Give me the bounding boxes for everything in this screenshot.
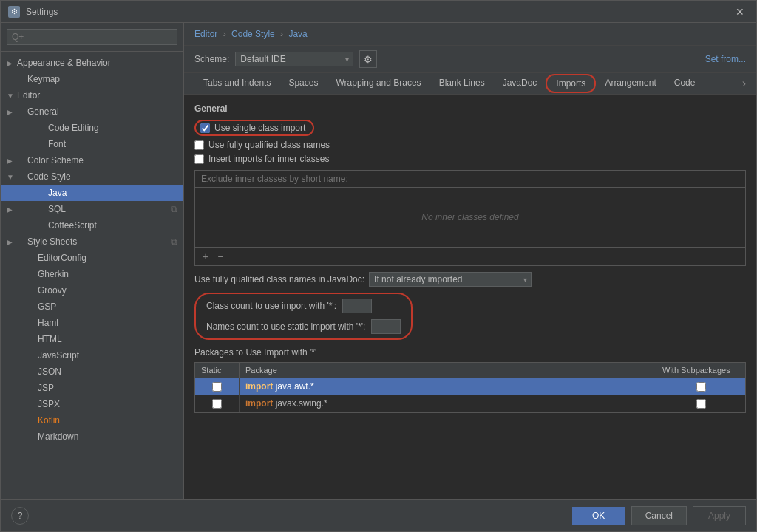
sidebar-item-markdown[interactable]: Markdown	[1, 429, 183, 445]
import-text-1: import java.awt.*	[245, 381, 314, 392]
sidebar-item-label: Keymap	[27, 74, 60, 84]
sidebar-item-groovy[interactable]: Groovy	[1, 282, 183, 299]
tree-container: ▶ Appearance & Behavior Keymap ▼ Editor …	[1, 52, 183, 499]
sidebar-item-sql[interactable]: ▶ SQL ⧉	[1, 201, 183, 217]
sidebar-item-label: Style Sheets	[27, 236, 77, 247]
keyword-2: import	[245, 398, 273, 409]
sidebar-item-label: Font	[48, 139, 66, 149]
tab-arrangement[interactable]: Arrangement	[596, 73, 665, 94]
sidebar-item-style-sheets[interactable]: ▶ Style Sheets ⧉	[1, 233, 183, 250]
table-row[interactable]: import java.awt.*	[195, 378, 745, 395]
arrow-icon: ▶	[7, 59, 17, 67]
sidebar-item-label: Markdown	[38, 432, 78, 442]
sidebar-item-label: General	[27, 106, 59, 117]
tab-spaces[interactable]: Spaces	[279, 73, 327, 94]
add-exclude-button[interactable]: +	[201, 250, 210, 262]
sidebar-item-javascript[interactable]: JavaScript	[1, 347, 183, 364]
sidebar-item-jsp[interactable]: JSP	[1, 380, 183, 396]
tab-code[interactable]: Code	[665, 73, 705, 94]
sidebar-item-jspx[interactable]: JSPX	[1, 396, 183, 412]
sidebar-item-haml[interactable]: Haml	[1, 315, 183, 331]
scheme-row: Scheme: Default IDE ⚙ Set from...	[184, 46, 756, 73]
th-package: Package	[240, 363, 656, 378]
fully-qualified-label[interactable]: Use fully qualified class names	[208, 140, 330, 150]
single-class-checkbox[interactable]	[200, 123, 210, 133]
class-count-row: Class count to use import with '*': 5	[206, 299, 401, 313]
table-row[interactable]: import javax.swing.*	[195, 395, 745, 412]
td-package-1: import java.awt.*	[240, 378, 656, 395]
set-from-link[interactable]: Set from...	[705, 54, 746, 64]
sidebar-item-label: HTML	[38, 334, 62, 344]
sidebar: ▶ Appearance & Behavior Keymap ▼ Editor …	[1, 23, 184, 499]
fully-qualified-checkbox[interactable]	[194, 140, 204, 150]
sidebar-item-keymap[interactable]: Keymap	[1, 71, 183, 87]
sidebar-item-editor[interactable]: ▼ Editor	[1, 87, 183, 103]
sidebar-item-html[interactable]: HTML	[1, 331, 183, 347]
sidebar-item-label: Java	[48, 188, 67, 198]
sidebar-item-color-scheme[interactable]: ▶ Color Scheme	[1, 152, 183, 168]
class-count-input[interactable]: 5	[342, 299, 372, 313]
sidebar-item-gherkin[interactable]: Gherkin	[1, 266, 183, 282]
tab-blank-lines[interactable]: Blank Lines	[430, 73, 494, 94]
qualified-label: Use fully qualified class names in JavaD…	[194, 274, 364, 284]
sidebar-item-editorconfig[interactable]: EditorConfig	[1, 250, 183, 266]
sidebar-item-appearance-behavior[interactable]: ▶ Appearance & Behavior	[1, 55, 183, 71]
sidebar-item-json[interactable]: JSON	[1, 364, 183, 380]
scheme-select-wrapper: Default IDE	[235, 52, 353, 66]
scheme-select[interactable]: Default IDE	[235, 52, 353, 66]
names-count-input[interactable]: 3	[371, 319, 401, 334]
sidebar-item-code-editing[interactable]: Code Editing	[1, 120, 183, 136]
sidebar-item-kotlin[interactable]: Kotlin	[1, 412, 183, 429]
sidebar-item-coffeescript[interactable]: CoffeeScript	[1, 217, 183, 233]
sidebar-item-label: Code Editing	[48, 123, 99, 133]
breadcrumb: Editor › Code Style › Java	[184, 23, 756, 46]
sidebar-item-code-style[interactable]: ▼ Code Style	[1, 168, 183, 185]
fully-qualified-row: Use fully qualified class names	[194, 140, 746, 150]
cancel-button[interactable]: Cancel	[631, 506, 687, 525]
insert-imports-checkbox[interactable]	[194, 154, 204, 164]
single-class-label[interactable]: Use single class import	[214, 123, 305, 133]
remove-exclude-button[interactable]: −	[216, 250, 225, 262]
tab-wrapping-braces[interactable]: Wrapping and Braces	[327, 73, 430, 94]
search-input[interactable]	[7, 29, 177, 45]
arrow-icon: ▶	[7, 205, 17, 214]
scheme-label: Scheme:	[194, 54, 229, 64]
close-button[interactable]: ✕	[731, 4, 749, 19]
right-panel: Editor › Code Style › Java Scheme: Defau…	[184, 23, 756, 499]
qualified-select[interactable]: If not already imported Always Never	[369, 272, 532, 287]
title-bar-title: Settings	[26, 7, 731, 17]
arrow-icon: ▼	[7, 92, 17, 100]
scheme-gear-button[interactable]: ⚙	[359, 50, 377, 68]
sidebar-item-label: Color Scheme	[27, 155, 84, 166]
more-tabs-icon[interactable]: ›	[742, 77, 746, 90]
exclude-empty-msg: No inner classes defined	[195, 188, 745, 247]
apply-button[interactable]: Apply	[693, 506, 746, 525]
counts-highlight-group: Class count to use import with '*': 5 Na…	[194, 293, 413, 340]
sidebar-item-label: Groovy	[38, 285, 67, 296]
static-checkbox-2[interactable]	[212, 399, 222, 409]
insert-imports-label[interactable]: Insert imports for inner classes	[208, 154, 329, 164]
sidebar-item-label: Gherkin	[38, 269, 69, 279]
ok-button[interactable]: OK	[572, 507, 625, 525]
import-path-1: java.awt.*	[273, 381, 313, 392]
sidebar-item-java[interactable]: Java	[1, 185, 183, 201]
import-path-2: javax.swing.*	[273, 398, 327, 409]
sidebar-item-label: EditorConfig	[38, 253, 86, 263]
sidebar-item-gsp[interactable]: GSP	[1, 299, 183, 315]
sidebar-item-label: JSPX	[38, 399, 60, 409]
sidebar-item-general[interactable]: ▶ General	[1, 103, 183, 120]
subpackages-checkbox-1[interactable]	[696, 382, 706, 392]
table-header: Static Package With Subpackages	[195, 363, 745, 378]
packages-title: Packages to Use Import with '*'	[194, 347, 746, 358]
tab-tabs-indents[interactable]: Tabs and Indents	[194, 73, 279, 94]
settings-dialog: ⚙ Settings ✕ ▶ Appearance & Behavior Key…	[0, 0, 757, 532]
arrow-icon: ▼	[7, 173, 17, 181]
subpackages-checkbox-2[interactable]	[696, 399, 706, 409]
tab-javadoc[interactable]: JavaDoc	[494, 73, 546, 94]
static-checkbox-1[interactable]	[212, 382, 222, 392]
tab-imports[interactable]: Imports	[546, 74, 596, 93]
sidebar-item-label: JSON	[38, 366, 61, 377]
exclude-input[interactable]	[195, 171, 745, 188]
help-button[interactable]: ?	[11, 507, 29, 525]
sidebar-item-font[interactable]: Font	[1, 136, 183, 152]
